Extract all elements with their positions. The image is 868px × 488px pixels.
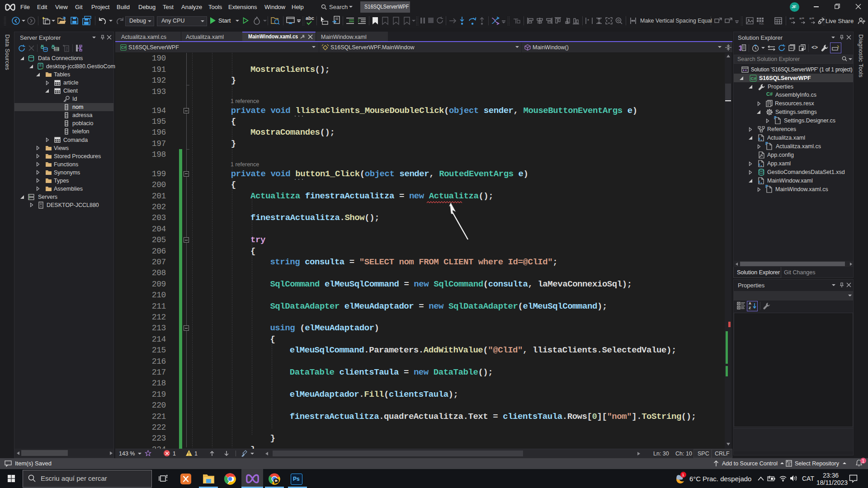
svg-text:C#: C# [121, 45, 126, 50]
svg-text:SQL: SQL [759, 22, 764, 25]
svg-text:C#: C# [751, 76, 757, 81]
svg-text:*: * [587, 18, 590, 23]
